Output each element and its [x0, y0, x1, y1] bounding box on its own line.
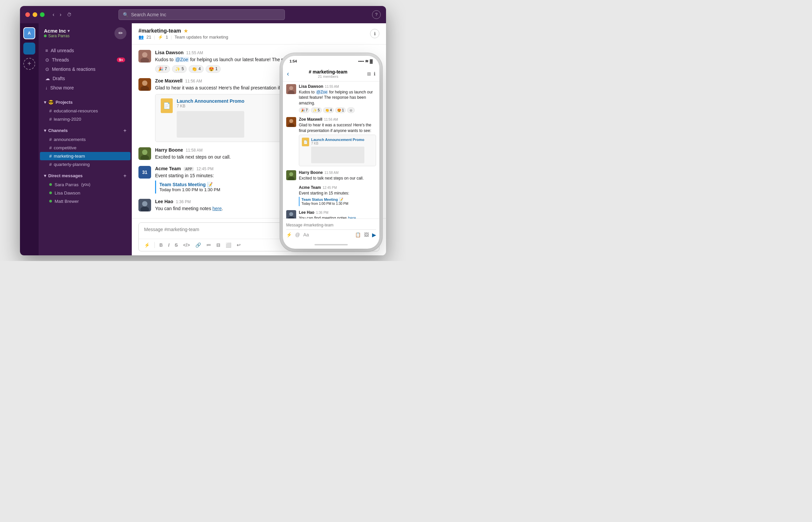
- file-attachment-launch[interactable]: 📄 Launch Announcement Promo 7 KB: [155, 94, 295, 142]
- channel-label-competitive: competitive: [54, 145, 77, 150]
- add-workspace-button[interactable]: +: [23, 58, 35, 70]
- ordered-list-button[interactable]: ≔: [204, 241, 213, 249]
- reaction-party[interactable]: 🎉7: [155, 65, 170, 73]
- help-button[interactable]: ?: [372, 10, 381, 19]
- phone-message-content-harry: Harry Boone 11:58 AM Excited to talk nex…: [299, 170, 376, 181]
- sidebar-item-quarterly-planning[interactable]: # quarterly-planning: [40, 160, 131, 168]
- bold-button[interactable]: B: [157, 241, 165, 249]
- timestamp-lisa: 11:55 AM: [186, 51, 203, 55]
- sidebar-item-announcements[interactable]: # announcements: [40, 135, 131, 144]
- sidebar-item-all-unreads[interactable]: ≡ All unreads: [40, 46, 131, 55]
- lightning-button[interactable]: ⚡: [142, 241, 152, 249]
- phone-message-header-harry: Harry Boone 11:58 AM: [299, 170, 376, 175]
- workspace-name[interactable]: Acme Inc ▾: [44, 28, 70, 34]
- sidebar-label-show-more: Show more: [50, 85, 74, 91]
- sender-name-harry: Harry Boone: [155, 147, 183, 153]
- sidebar-section-projects: ▾ 😎 Projects # educational-resources # l…: [39, 98, 132, 123]
- minimize-button[interactable]: [33, 12, 37, 17]
- add-channel-button[interactable]: +: [123, 128, 127, 133]
- phone-at-button[interactable]: @: [295, 232, 300, 237]
- add-dm-button[interactable]: +: [123, 173, 127, 179]
- dm-item-lisa-dawson[interactable]: Lisa Dawson: [40, 189, 131, 197]
- phone-search-button[interactable]: ⊞: [367, 71, 371, 77]
- hamburger-icon: ≡: [45, 48, 48, 53]
- blockquote-button[interactable]: ⬜: [224, 241, 233, 249]
- mention-zoe[interactable]: @Zoe: [175, 57, 189, 62]
- phone-text-button[interactable]: Aa: [303, 232, 309, 237]
- phone-message-content-zoe: Zoe Maxwell 11:56 AM Glad to hear it was…: [299, 117, 376, 166]
- sidebar-item-learning-2020[interactable]: # learning-2020: [40, 115, 131, 123]
- unordered-list-button[interactable]: ⊟: [214, 241, 222, 249]
- search-icon: 🔍: [123, 12, 129, 17]
- phone-reaction-party[interactable]: 🎉 7: [299, 107, 309, 113]
- phone-event-title[interactable]: Team Status Meeting 📝: [302, 198, 374, 202]
- projects-section-header[interactable]: ▾ 😎 Projects: [39, 98, 132, 107]
- italic-button[interactable]: I: [166, 241, 171, 249]
- phone-timestamp-zoe: 11:56 AM: [324, 118, 338, 121]
- meeting-notes-link[interactable]: here: [212, 206, 221, 211]
- reaction-sparkles[interactable]: ✨5: [172, 65, 187, 73]
- history-button[interactable]: ⏱: [65, 10, 73, 19]
- close-button[interactable]: [25, 12, 30, 17]
- phone-back-button[interactable]: ‹: [287, 70, 289, 78]
- phone-image-button[interactable]: 🖼: [364, 232, 369, 237]
- online-dot: [49, 200, 52, 202]
- wifi-icon: ≋: [365, 59, 368, 63]
- star-icon[interactable]: ★: [184, 28, 188, 34]
- battery-icon: ▓: [370, 59, 373, 63]
- sidebar-item-drafts[interactable]: ☁ Drafts: [40, 74, 131, 83]
- sidebar-item-threads[interactable]: ⊙ Threads 9+: [40, 55, 131, 64]
- sidebar-item-educational-resources[interactable]: # educational-resources: [40, 107, 131, 115]
- workspace-info: Acme Inc ▾ Sara Parras: [44, 28, 70, 38]
- phone-send-button[interactable]: ▶: [372, 232, 376, 238]
- phone-clip-button[interactable]: 📋: [355, 232, 361, 237]
- workspace-icon-primary[interactable]: A: [23, 27, 35, 39]
- phone-file-attachment[interactable]: 📄 Launch Announcement Promo 7 KB: [299, 135, 376, 166]
- phone-channel-name: # marketing-team: [309, 69, 347, 75]
- workspace-icon-secondary[interactable]: [23, 43, 35, 55]
- back-button[interactable]: ‹: [51, 10, 56, 19]
- phone-info-button[interactable]: ℹ: [374, 71, 375, 77]
- code-button[interactable]: </>: [181, 241, 192, 249]
- phone-message-input[interactable]: [286, 221, 376, 229]
- phone-messages[interactable]: Lisa Dawson 11:55 AM Kudos to @Zoe for h…: [283, 81, 380, 218]
- file-icon: 📄: [161, 98, 173, 113]
- search-placeholder: Search Acme Inc: [131, 12, 167, 17]
- channels-section-header[interactable]: ▾ Channels +: [39, 126, 132, 135]
- pings-count: 1: [166, 35, 168, 40]
- channel-label-learning-2020: learning-2020: [54, 117, 81, 122]
- reaction-heart-eyes[interactable]: 😍1: [206, 65, 221, 73]
- phone-timestamp-lee: 1:36 PM: [316, 211, 328, 215]
- sidebar-item-show-more[interactable]: ↓ Show more: [40, 83, 131, 93]
- link-button[interactable]: 🔗: [193, 241, 203, 249]
- members-count: 21: [147, 35, 151, 40]
- phone-reaction-clap[interactable]: 👏 4: [323, 107, 334, 113]
- traffic-lights: [25, 12, 44, 17]
- phone-reaction-add[interactable]: ☺: [347, 107, 354, 113]
- phone-here-link[interactable]: here: [348, 216, 356, 218]
- undo-button[interactable]: ↩: [235, 241, 243, 249]
- timestamp-acme: 12:45 PM: [196, 166, 213, 171]
- sidebar-item-marketing-team[interactable]: # marketing-team: [40, 152, 131, 160]
- search-bar[interactable]: 🔍 Search Acme Inc: [118, 9, 285, 20]
- maximize-button[interactable]: [40, 12, 44, 17]
- dm-item-sara-parras[interactable]: Sara Parras (you): [40, 181, 131, 189]
- phone-timestamp-harry: 11:58 AM: [325, 171, 339, 175]
- phone-mention-zoe[interactable]: @Zoe: [316, 90, 328, 95]
- sender-name-lee: Lee Hao: [155, 199, 173, 204]
- nav-buttons: ‹ › ⏱: [51, 10, 73, 19]
- phone-reaction-heart-eyes[interactable]: 😍 1: [335, 107, 346, 113]
- members-icon: 👥: [138, 35, 144, 40]
- sidebar-item-competitive[interactable]: # competitive: [40, 144, 131, 152]
- channel-info-button[interactable]: ℹ: [370, 29, 380, 38]
- phone-reaction-sparkles[interactable]: ✨ 5: [311, 107, 322, 113]
- forward-button[interactable]: ›: [58, 10, 62, 19]
- phone-lightning-button[interactable]: ⚡: [286, 232, 292, 237]
- dm-item-matt-brewer[interactable]: Matt Brewer: [40, 197, 131, 205]
- reaction-clap[interactable]: 👏4: [189, 65, 204, 73]
- strikethrough-button[interactable]: S: [173, 241, 180, 249]
- dm-section-header[interactable]: ▾ Direct messages +: [39, 171, 132, 181]
- channel-label-educational-resources: educational-resources: [54, 108, 98, 113]
- compose-button[interactable]: ✏: [115, 27, 127, 39]
- sidebar-item-mentions[interactable]: ⊙ Mentions & reactions: [40, 64, 131, 74]
